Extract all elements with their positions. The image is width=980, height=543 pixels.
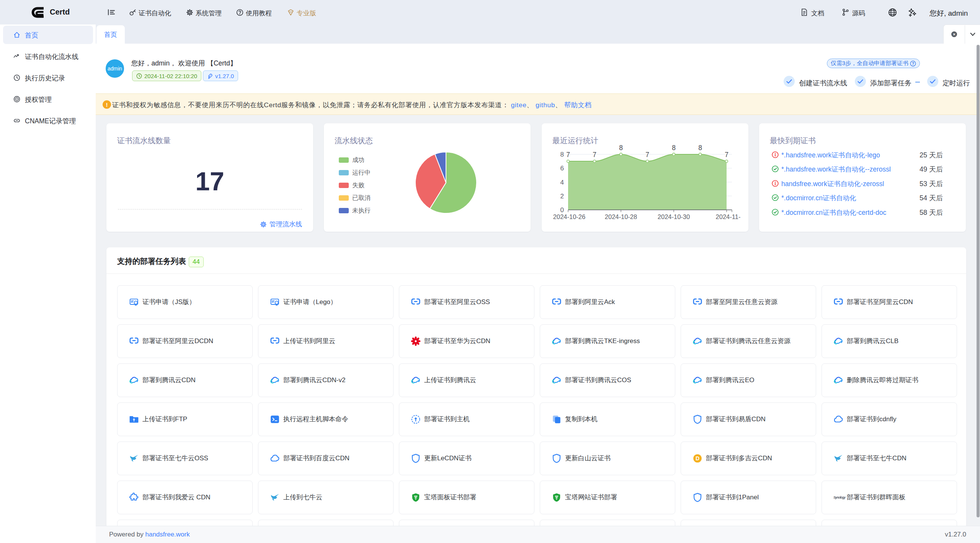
svg-text:0: 0 (560, 206, 564, 214)
svg-text:7: 7 (725, 151, 728, 159)
svg-text:4: 4 (560, 179, 564, 186)
svg-text:8: 8 (698, 144, 702, 152)
svg-text:?: ? (912, 61, 914, 65)
svg-text:7: 7 (593, 151, 596, 159)
svg-text:D: D (696, 455, 699, 461)
svg-text:7: 7 (645, 151, 649, 159)
svg-text:8: 8 (619, 144, 623, 152)
svg-text:Synology: Synology (833, 496, 846, 499)
svg-text:6: 6 (560, 165, 564, 172)
svg-text:8: 8 (560, 151, 564, 158)
svg-text:2024-10-28: 2024-10-28 (605, 213, 637, 220)
svg-text:2024-10-26: 2024-10-26 (553, 213, 585, 220)
svg-text:2024-11-: 2024-11- (716, 213, 741, 220)
svg-text:2: 2 (560, 193, 564, 200)
svg-text:8: 8 (672, 144, 676, 152)
svg-text:7: 7 (566, 151, 570, 159)
svg-text:2024-10-30: 2024-10-30 (658, 213, 690, 220)
